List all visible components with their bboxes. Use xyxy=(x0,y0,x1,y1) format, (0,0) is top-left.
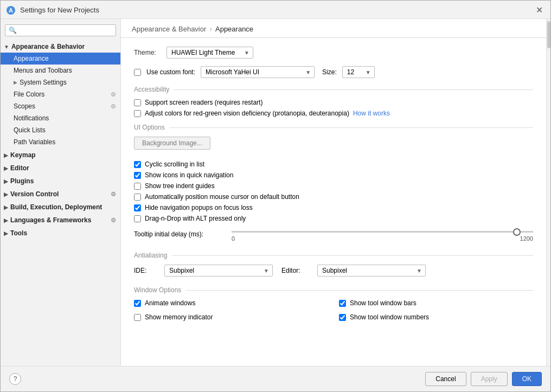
drag-drop-checkbox[interactable] xyxy=(134,215,141,222)
theme-label: Theme: xyxy=(134,49,161,56)
tooltip-slider[interactable] xyxy=(232,231,533,233)
animate-windows-checkbox[interactable] xyxy=(134,300,141,307)
sidebar-group-build[interactable]: ▶ Build, Execution, Deployment xyxy=(1,201,120,213)
background-image-button[interactable]: Background Image... xyxy=(134,137,210,150)
footer: ? Cancel Apply OK xyxy=(1,366,550,391)
cancel-button[interactable]: Cancel xyxy=(425,372,466,386)
nav-group-build: ▶ Build, Execution, Deployment xyxy=(1,201,120,213)
theme-dropdown[interactable]: HUAWEI Light Theme ▼ xyxy=(166,47,253,59)
screen-readers-checkbox[interactable] xyxy=(134,99,141,106)
nav-group-keymap: ▶ Keymap xyxy=(1,149,120,161)
color-adjust-checkbox[interactable] xyxy=(134,110,141,117)
show-icons-checkbox[interactable] xyxy=(134,172,141,179)
sidebar-item-path-variables[interactable]: Path Variables xyxy=(1,136,120,148)
help-button[interactable]: ? xyxy=(9,373,21,385)
custom-font-label[interactable]: Use custom font: xyxy=(146,68,195,76)
hide-nav-checkbox[interactable] xyxy=(134,204,141,211)
main-content: 🔍 ▼ Appearance & Behavior Appearance Men… xyxy=(1,19,550,366)
app-icon: A xyxy=(6,5,16,15)
font-dropdown[interactable]: Microsoft YaHei UI ▼ xyxy=(201,66,315,78)
screen-readers-label[interactable]: Support screen readers (requires restart… xyxy=(145,99,262,106)
sidebar-item-quick-lists[interactable]: Quick Lists xyxy=(1,124,120,136)
ide-antialias-dropdown[interactable]: Subpixel ▼ xyxy=(164,265,273,277)
sidebar-group-languages[interactable]: ▶ Languages & Frameworks ⚙ xyxy=(1,214,120,226)
drag-drop-row: Drag-n-Drop with ALT pressed only xyxy=(134,215,533,222)
arrow-icon: ▶ xyxy=(4,230,8,236)
settings-icon: ⚙ xyxy=(111,91,116,98)
sidebar-group-editor[interactable]: ▶ Editor xyxy=(1,162,120,174)
auto-position-checkbox[interactable] xyxy=(134,194,141,201)
color-adjust-label[interactable]: Adjust colors for red-green vision defic… xyxy=(145,110,349,117)
settings-icon: ⚙ xyxy=(111,217,116,224)
group-label: Plugins xyxy=(10,177,34,185)
hide-nav-label[interactable]: Hide navigation popups on focus loss xyxy=(145,204,253,211)
nav-group-editor: ▶ Editor xyxy=(1,162,120,174)
show-tree-label[interactable]: Show tree indent guides xyxy=(145,182,215,190)
title-bar: A Settings for New Projects ✕ xyxy=(1,1,550,19)
sidebar-item-notifications[interactable]: Notifications xyxy=(1,112,120,124)
slider-min: 0 xyxy=(232,235,235,242)
sidebar-item-label: Notifications xyxy=(14,114,49,122)
sidebar-item-system-settings[interactable]: ▶ System Settings xyxy=(1,76,120,88)
custom-font-checkbox[interactable] xyxy=(134,69,141,76)
auto-position-label[interactable]: Automatically position mouse cursor on d… xyxy=(145,193,299,201)
sidebar-group-version-control[interactable]: ▶ Version Control ⚙ xyxy=(1,188,120,200)
scrollbar-thumb[interactable] xyxy=(547,21,550,48)
search-input[interactable] xyxy=(19,27,112,34)
window-options-section-title: Window Options xyxy=(134,286,533,294)
sidebar-group-keymap[interactable]: ▶ Keymap xyxy=(1,149,120,161)
sidebar-item-label: Quick Lists xyxy=(14,126,46,134)
show-tree-checkbox[interactable] xyxy=(134,183,141,190)
show-tool-numbers-checkbox[interactable] xyxy=(339,314,346,321)
show-tool-bars-label[interactable]: Show tool window bars xyxy=(350,299,417,307)
cyclic-scroll-label[interactable]: Cyclic scrolling in list xyxy=(145,160,204,168)
slider-max: 1200 xyxy=(520,235,533,242)
sidebar-item-menus-toolbars[interactable]: Menus and Toolbars xyxy=(1,65,120,76)
cyclic-scroll-checkbox[interactable] xyxy=(134,161,141,168)
sidebar: 🔍 ▼ Appearance & Behavior Appearance Men… xyxy=(1,19,121,366)
search-box: 🔍 xyxy=(5,24,116,36)
dropdown-arrow-icon: ▼ xyxy=(305,69,311,75)
ok-button[interactable]: OK xyxy=(512,372,542,386)
apply-button[interactable]: Apply xyxy=(471,372,508,386)
show-memory-checkbox[interactable] xyxy=(134,314,141,321)
content-area: Theme: HUAWEI Light Theme ▼ Use custom f… xyxy=(121,38,546,366)
arrow-right-icon: ▶ xyxy=(14,80,17,85)
screen-readers-row: Support screen readers (requires restart… xyxy=(134,99,533,106)
sidebar-group-tools[interactable]: ▶ Tools xyxy=(1,227,120,239)
sidebar-item-file-colors[interactable]: File Colors ⚙ xyxy=(1,88,120,100)
sidebar-item-appearance[interactable]: Appearance xyxy=(1,53,120,65)
drag-drop-label[interactable]: Drag-n-Drop with ALT pressed only xyxy=(145,215,246,222)
arrow-icon: ▶ xyxy=(4,204,8,210)
breadcrumb-parent: Appearance & Behavior xyxy=(132,25,206,33)
dropdown-arrow-icon: ▼ xyxy=(417,268,422,274)
group-label: Appearance & Behavior xyxy=(11,43,85,50)
animate-windows-label[interactable]: Animate windows xyxy=(145,299,195,307)
theme-value: HUAWEI Light Theme xyxy=(171,49,235,56)
sidebar-group-appearance-behavior[interactable]: ▼ Appearance & Behavior xyxy=(1,41,120,53)
group-label: Build, Execution, Deployment xyxy=(10,203,102,211)
how-it-works-link[interactable]: How it works xyxy=(353,110,390,117)
size-dropdown[interactable]: 12 ▼ xyxy=(342,66,375,78)
tooltip-slider-container: Tooltip initial delay (ms): 0 1200 xyxy=(134,227,533,242)
sidebar-group-plugins[interactable]: ▶ Plugins xyxy=(1,175,120,187)
breadcrumb-separator: › xyxy=(209,24,212,33)
show-tool-bars-checkbox[interactable] xyxy=(339,300,346,307)
ide-label: IDE: xyxy=(134,267,156,274)
show-tool-numbers-label[interactable]: Show tool window numbers xyxy=(350,313,429,321)
color-adjust-row: Adjust colors for red-green vision defic… xyxy=(134,110,533,117)
sidebar-item-label: Path Variables xyxy=(14,138,55,146)
group-label: Version Control xyxy=(10,190,59,198)
custom-font-row: Use custom font: Microsoft YaHei UI ▼ Si… xyxy=(134,66,533,78)
sidebar-item-scopes[interactable]: Scopes ⚙ xyxy=(1,100,120,112)
show-icons-label[interactable]: Show icons in quick navigation xyxy=(145,171,233,179)
ui-options-section-title: UI Options xyxy=(134,124,533,131)
sidebar-item-label: System Settings xyxy=(20,79,67,86)
close-button[interactable]: ✕ xyxy=(535,6,544,15)
breadcrumb: Appearance & Behavior › Appearance xyxy=(121,19,546,38)
editor-antialias-dropdown[interactable]: Subpixel ▼ xyxy=(317,265,426,277)
show-memory-label[interactable]: Show memory indicator xyxy=(145,313,213,321)
scrollbar[interactable] xyxy=(546,19,550,366)
show-tool-bars-row: Show tool window bars xyxy=(339,299,533,307)
show-tool-numbers-row: Show tool window numbers xyxy=(339,313,533,321)
